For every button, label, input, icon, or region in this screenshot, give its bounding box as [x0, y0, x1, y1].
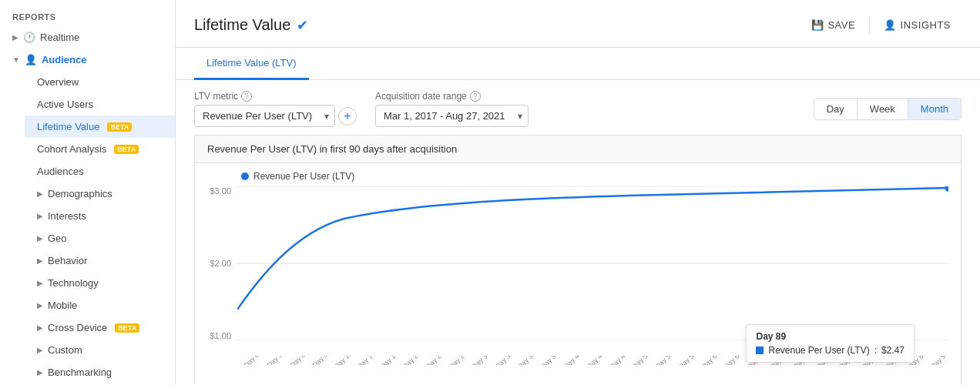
sidebar-item-label: Audience	[42, 54, 87, 65]
x-label: Day 42	[562, 356, 583, 365]
sidebar-item-label: Lifetime Value	[37, 121, 99, 132]
date-range-control: Acquisition date range ? Mar 1, 2017 - A…	[375, 91, 529, 127]
sidebar-item-demographics[interactable]: ▶ Demographics	[25, 182, 175, 205]
tooltip-value: :	[874, 345, 877, 356]
sidebar-item-label: Custom	[48, 344, 82, 356]
x-label: Day 33	[493, 356, 515, 365]
ltv-metric-select[interactable]: Revenue Per User (LTV)	[194, 105, 335, 127]
audience-subitems: Overview Active Users Lifetime Value BET…	[0, 71, 175, 383]
header-actions: 💾 SAVE 👤 INSIGHTS	[800, 14, 962, 36]
chevron-right-icon: ▶	[37, 256, 43, 265]
ltv-metric-dropdown-wrapper: Revenue Per User (LTV)	[194, 105, 335, 127]
sidebar-item-label: Benchmarking	[48, 367, 112, 378]
chart-container: Revenue Per User (LTV) in first 90 days …	[176, 135, 980, 385]
sidebar-item-overview[interactable]: Overview	[25, 71, 175, 93]
page-header: Lifetime Value ✔ 💾 SAVE 👤 INSIGHTS	[176, 0, 980, 48]
sidebar-item-active-users[interactable]: Active Users	[25, 93, 175, 116]
sidebar-item-label: Audiences	[37, 166, 84, 177]
controls-row: LTV metric ? Revenue Per User (LTV) + Ac…	[176, 80, 980, 135]
chevron-right-icon: ▶	[37, 301, 43, 310]
chevron-down-icon: ▼	[12, 55, 20, 64]
chevron-right-icon: ▶	[37, 234, 43, 243]
beta-badge: BETA	[107, 122, 132, 132]
x-label: Day 15	[355, 356, 377, 365]
sidebar-item-label: Technology	[48, 277, 99, 289]
x-label: Day 63	[723, 356, 744, 365]
date-range-help-icon[interactable]: ?	[470, 91, 481, 102]
svg-point-3	[945, 186, 948, 192]
ltv-metric-control: LTV metric ? Revenue Per User (LTV) +	[194, 91, 357, 127]
beta-badge: BETA	[114, 145, 139, 154]
main-content: Lifetime Value ✔ 💾 SAVE 👤 INSIGHTS Lifet…	[176, 0, 980, 385]
x-label: Day 30	[470, 356, 492, 365]
period-day-button[interactable]: Day	[814, 99, 858, 119]
ltv-metric-help-icon[interactable]: ?	[241, 91, 252, 102]
sidebar-item-label: Cohort Analysis	[37, 143, 106, 155]
date-range-label: Acquisition date range ?	[375, 91, 529, 102]
add-metric-button[interactable]: +	[338, 107, 357, 126]
sidebar-item-label: Cross Device	[48, 322, 107, 333]
save-label: SAVE	[827, 19, 855, 31]
chevron-right-icon: ▶	[12, 33, 18, 42]
y-label-top: $3.00	[210, 186, 231, 196]
x-label: Day 24	[425, 356, 446, 365]
x-label: Day 39	[539, 356, 561, 365]
sidebar-item-label: Geo	[48, 233, 67, 244]
chart-area: Revenue Per User (LTV) $3.00 $2.00 $1.00	[194, 163, 962, 385]
reports-label: REPORTS	[0, 6, 175, 26]
x-label: Day 12	[332, 356, 354, 365]
insights-label: INSIGHTS	[901, 19, 951, 31]
sidebar-item-lifetime-value[interactable]: Lifetime Value BETA	[25, 116, 175, 138]
sidebar-item-behavior[interactable]: ▶ Behavior	[25, 249, 175, 272]
sidebar-item-mobile[interactable]: ▶ Mobile	[25, 294, 175, 316]
sidebar-item-technology[interactable]: ▶ Technology	[25, 272, 175, 294]
period-month-button[interactable]: Month	[908, 99, 961, 119]
x-label: Day 90	[929, 356, 951, 365]
person-icon: 👤	[25, 54, 37, 65]
sidebar-item-audiences[interactable]: Audiences	[25, 160, 175, 182]
sidebar-item-audience[interactable]: ▼ 👤 Audience	[0, 49, 175, 71]
x-label: Day 48	[608, 356, 629, 365]
x-label: Day 54	[653, 356, 675, 365]
legend-dot	[241, 172, 249, 180]
x-label: Day 18	[378, 356, 400, 365]
chart-svg	[237, 186, 948, 340]
y-label-bottom: $1.00	[210, 331, 231, 340]
sidebar-item-custom[interactable]: ▶ Custom	[25, 339, 175, 361]
period-buttons: Day Week Month	[814, 98, 962, 120]
date-range-dropdown-wrapper: Mar 1, 2017 - Aug 27, 2021	[375, 105, 529, 127]
legend-label: Revenue Per User (LTV)	[253, 171, 354, 182]
insights-button[interactable]: 👤 INSIGHTS	[873, 14, 962, 36]
x-label: Day 9	[310, 356, 331, 365]
y-axis-labels: $3.00 $2.00 $1.00	[195, 186, 237, 340]
tab-lifetime-value-ltv[interactable]: Lifetime Value (LTV)	[194, 48, 309, 80]
sidebar-item-benchmarking[interactable]: ▶ Benchmarking	[25, 361, 175, 383]
verified-icon: ✔	[297, 17, 308, 34]
chevron-right-icon: ▶	[37, 212, 43, 220]
page-title-area: Lifetime Value ✔	[194, 16, 308, 34]
sidebar-item-label: Active Users	[37, 99, 93, 110]
x-label: Day 3	[263, 356, 285, 365]
date-range-select[interactable]: Mar 1, 2017 - Aug 27, 2021	[375, 105, 529, 127]
chart-legend: Revenue Per User (LTV)	[195, 163, 961, 186]
ltv-metric-select-row: Revenue Per User (LTV) +	[194, 105, 357, 127]
chevron-right-icon: ▶	[37, 346, 43, 354]
period-week-button[interactable]: Week	[858, 99, 908, 119]
tooltip-title: Day 89	[756, 331, 904, 342]
sidebar-item-cohort-analysis[interactable]: Cohort Analysis BETA	[25, 138, 175, 160]
save-icon: 💾	[811, 19, 824, 31]
clock-icon: 🕐	[23, 32, 35, 43]
sidebar: REPORTS ▶ 🕐 Realtime ▼ 👤 Audience Overvi…	[0, 0, 176, 385]
x-label: Day 6	[287, 356, 308, 365]
sidebar-item-geo[interactable]: ▶ Geo	[25, 227, 175, 249]
sidebar-item-realtime[interactable]: ▶ 🕐 Realtime	[0, 26, 175, 49]
sidebar-item-label: Overview	[37, 76, 79, 88]
chevron-right-icon: ▶	[37, 189, 43, 198]
page-title: Lifetime Value	[194, 16, 290, 34]
sidebar-item-cross-device[interactable]: ▶ Cross Device BETA	[25, 316, 175, 339]
save-button[interactable]: 💾 SAVE	[800, 14, 866, 36]
sidebar-item-label: Demographics	[48, 188, 112, 199]
sidebar-item-label: Behavior	[48, 255, 87, 266]
sidebar-item-label: Interests	[48, 210, 86, 222]
sidebar-item-interests[interactable]: ▶ Interests	[25, 205, 175, 227]
